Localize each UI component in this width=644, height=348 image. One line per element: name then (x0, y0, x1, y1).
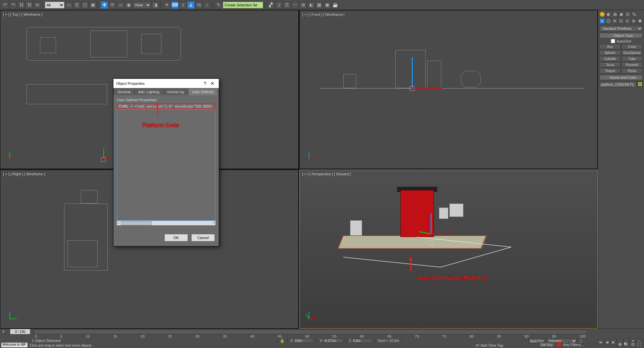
angle-snap-icon[interactable]: ∡ (187, 1, 195, 9)
primitive-category-dropdown[interactable]: Standard Primitives (599, 25, 643, 32)
tab-general[interactable]: General (113, 88, 135, 95)
helpers-cat-icon[interactable]: ✧ (625, 18, 630, 24)
curve-editor-icon[interactable]: 〰 (291, 1, 299, 9)
select-region-icon[interactable]: ◫ (81, 1, 89, 9)
ok-button[interactable]: OK (164, 234, 188, 241)
horizontal-scrollbar[interactable]: < > (117, 221, 215, 225)
prim-teapot-button[interactable]: Teapot (599, 68, 621, 73)
cancel-button[interactable]: Cancel (191, 234, 215, 241)
render-setup-icon[interactable]: ▦ (315, 1, 323, 9)
reference-coord-dropdown[interactable]: View (133, 2, 151, 8)
viewport-front[interactable]: [ + ] [ Front ] [ Wireframe ] (299, 10, 598, 169)
bind-icon[interactable]: ≋ (34, 1, 41, 9)
cameras-cat-icon[interactable]: ☖ (618, 18, 624, 24)
prim-geosphere-button[interactable]: GeoSphere (622, 50, 643, 55)
prim-pyramid-button[interactable]: Pyramid (622, 62, 643, 67)
placement-tool-icon[interactable]: ◉ (125, 1, 132, 9)
modify-tab-icon[interactable]: ◐ (606, 11, 611, 17)
shapes-cat-icon[interactable]: ◯ (606, 18, 611, 24)
rollout-object-type[interactable]: - Object Type (599, 33, 643, 38)
maxscript-listener[interactable]: Welcome to MP (1, 343, 28, 347)
prim-tube-button[interactable]: Tube (622, 56, 643, 61)
scale-tool-icon[interactable]: ▱ (117, 1, 124, 9)
object-color-swatch[interactable] (637, 81, 643, 87)
motion-tab-icon[interactable]: ◉ (618, 11, 624, 17)
rollout-name-color[interactable]: - Name and Color (599, 75, 643, 80)
add-time-tag[interactable]: Add Time Tag (481, 343, 503, 347)
lock-icon[interactable]: 🔒 (280, 339, 285, 343)
layers-icon[interactable]: ☲ (283, 1, 291, 9)
percent-snap-icon[interactable]: % (195, 1, 203, 9)
redo-icon[interactable]: ↷ (9, 1, 17, 9)
maximize-view-icon[interactable]: ⛶ (636, 341, 642, 347)
pivot-icon[interactable]: ◨ (152, 1, 159, 9)
object-name-field[interactable] (599, 81, 637, 88)
viewport-label[interactable]: [ + ] [ Perspective ] [ Shaded ] (302, 172, 351, 176)
zoom-view-icon[interactable]: 🔍 (623, 341, 629, 347)
select-object-icon[interactable]: ▭ (65, 1, 72, 9)
undo-icon[interactable]: ↶ (1, 1, 9, 9)
pan-view-icon[interactable]: ✥ (617, 341, 623, 347)
material-editor-icon[interactable]: ◐ (307, 1, 315, 9)
close-icon[interactable]: ✕ (209, 81, 216, 86)
prim-plane-button[interactable]: Plane (622, 68, 643, 73)
selection-filter-dropdown[interactable]: All (45, 2, 64, 8)
orbit-view-icon[interactable]: ⟲ (630, 341, 636, 347)
edit-selection-icon[interactable]: ✎ (215, 1, 222, 9)
mirror-icon[interactable]: ▞ (267, 1, 275, 9)
tab-adv-lighting[interactable]: Adv. Lighting (134, 88, 163, 95)
window-crossing-icon[interactable]: ▣ (89, 1, 97, 9)
render-frame-icon[interactable]: ▣ (324, 1, 331, 9)
x-coord-input[interactable] (294, 338, 314, 343)
display-tab-icon[interactable]: ▢ (625, 11, 631, 17)
named-selection-input[interactable] (223, 2, 263, 8)
prim-sphere-button[interactable]: Sphere (599, 50, 621, 55)
goto-start-icon[interactable]: ⏮ (598, 339, 604, 345)
tab-user-defined[interactable]: User Defined (188, 88, 217, 95)
render-icon[interactable]: ☕ (332, 1, 339, 9)
prim-cylinder-button[interactable]: Cylinder (599, 56, 621, 61)
hierarchy-tab-icon[interactable]: 品 (612, 11, 618, 17)
systems-cat-icon[interactable]: ✱ (637, 18, 643, 24)
autogrid-checkbox[interactable] (611, 39, 615, 43)
time-slider[interactable] (34, 330, 587, 334)
viewport-label[interactable]: [ + ] [ Front ] [ Wireframe ] (302, 12, 345, 16)
key-filters-button[interactable]: Key Filters... (563, 343, 584, 347)
snap-toggle-icon[interactable]: 3 (179, 1, 187, 9)
prim-box-button[interactable]: Box (599, 44, 621, 49)
viewport-label[interactable]: [ + ] [ Right ] [ Wireframe ] (3, 172, 45, 176)
setkey-record-icon[interactable] (556, 342, 562, 347)
unlink-icon[interactable]: ⛓̷ (26, 1, 33, 9)
setkey-button[interactable]: Set Key (538, 342, 555, 347)
move-tool-icon[interactable]: ✥ (101, 1, 108, 9)
geometry-cat-icon[interactable]: ● (599, 18, 605, 24)
align-icon[interactable]: ▯ (275, 1, 283, 9)
tab-mental-ray[interactable]: mental ray (163, 88, 188, 95)
time-tag-icon[interactable]: 🏷 (476, 343, 479, 347)
y-coord-input[interactable] (323, 338, 343, 343)
scrollbar-thumb[interactable] (121, 221, 152, 225)
link-icon[interactable]: ⛓ (17, 1, 25, 9)
manipulate-icon[interactable]: ✦ (163, 1, 170, 9)
prim-cone-button[interactable]: Cone (622, 44, 643, 49)
schematic-view-icon[interactable]: ⊞ (299, 1, 307, 9)
dialog-help-button[interactable]: ? (201, 81, 209, 86)
frame-readout[interactable]: 0 / 100 (10, 329, 30, 334)
user-props-input[interactable] (117, 103, 215, 109)
viewport-perspective[interactable]: [ + ] [ Perspective ] [ Shaded ] Harte O… (299, 170, 598, 329)
play-icon[interactable]: ▶ (610, 339, 616, 345)
timeline-back-button[interactable]: < (1, 329, 5, 334)
prev-frame-icon[interactable]: ◀ (604, 339, 610, 345)
z-coord-input[interactable] (352, 338, 372, 343)
spacewarp-cat-icon[interactable]: ≋ (631, 18, 637, 24)
create-tab-icon[interactable]: ● (599, 11, 605, 17)
prim-torus-button[interactable]: Torus (599, 62, 621, 67)
keyboard-shortcut-icon[interactable]: ⌨ (171, 1, 179, 9)
rotate-tool-icon[interactable]: ⟳ (109, 1, 116, 9)
spinner-snap-icon[interactable]: ↕ (203, 1, 211, 9)
utilities-tab-icon[interactable]: 🔧 (631, 11, 637, 17)
select-name-icon[interactable]: ☰ (73, 1, 81, 9)
viewport-label[interactable]: [ + ] [ Top ] [ Wireframe ] (3, 12, 42, 16)
dialog-titlebar[interactable]: Object Properties ? ✕ (113, 79, 219, 88)
lights-cat-icon[interactable]: ✦ (612, 18, 617, 24)
